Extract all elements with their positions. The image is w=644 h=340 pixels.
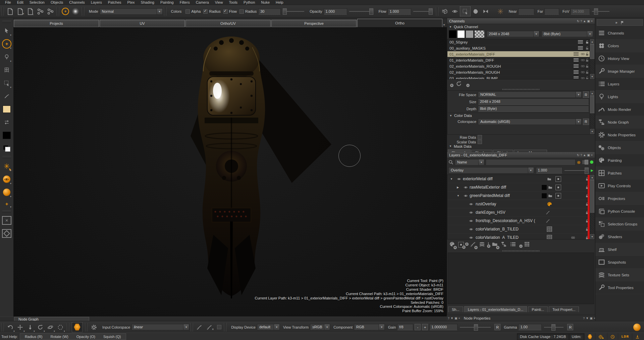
link-icon[interactable] [581,52,585,56]
background-color-swatch[interactable] [2,130,12,140]
patch-select-icon[interactable] [460,6,471,16]
menu-edit[interactable]: Edit [14,0,26,4]
menu-filters[interactable]: Filters [177,0,193,4]
alpha-checkbox[interactable] [185,9,190,14]
close-icon[interactable]: × [458,317,460,320]
channel-row-selected[interactable]: 01_exteriorMaterials_DIFF [447,51,594,57]
help-icon[interactable]: ? [448,317,449,320]
tab-uv[interactable]: UV [100,20,185,27]
unlock-icon[interactable] [585,76,589,79]
unlock-icon[interactable] [585,52,589,56]
export-nodes-button[interactable] [45,7,55,16]
frame-down-icon[interactable]: ▼ [25,323,35,332]
link-icon[interactable] [581,64,585,68]
section-collapse-icon[interactable]: ▼ [449,114,452,117]
menu-camera[interactable]: Camera [193,0,212,4]
select-tool[interactable]: ▼ [2,26,12,36]
gain-slider[interactable] [460,327,491,328]
save-project-button[interactable]: ↓ [25,7,35,16]
layer-row[interactable]: colorVariation_B_TILED [447,225,594,233]
channel-row[interactable]: 00_auxiliary_MASKS [447,45,594,51]
mirror-projection-icon[interactable] [481,7,491,16]
mask-preview-icon[interactable] [450,7,460,16]
panel-splitter[interactable] [447,88,595,90]
shader-limit-icon[interactable] [584,333,595,340]
menu-python[interactable]: Python [240,0,258,4]
3d-viewport[interactable]: Current Tool: Paint (P) Current Object: … [13,27,447,317]
layer-row[interactable]: colorVariation_A_TILED [447,233,594,240]
section-collapse-icon[interactable]: ▼ [449,145,452,148]
paint-tool[interactable]: ▼ [2,161,12,171]
dock-item-patches[interactable]: Patches [595,167,644,180]
scroll-up-icon[interactable]: ▲ [590,175,594,180]
scroll-up-icon[interactable]: ▲ [590,91,594,96]
colorspace-gear-icon[interactable] [89,323,99,332]
layer-row[interactable]: ▼ exteriorMetal diff [447,175,594,183]
pan-view-icon[interactable]: ▼ [15,323,25,332]
scalar-data-checkbox[interactable] [478,140,482,144]
toolbar-grip[interactable] [2,156,11,158]
visibility-eye-icon[interactable] [464,185,468,190]
lut-checkbox[interactable] [217,325,221,329]
marquee-select-tool[interactable]: ▼ [2,78,12,88]
visibility-eye-icon[interactable] [464,194,468,198]
dock-item-layers[interactable]: Layers [595,78,644,90]
black-swatch[interactable] [449,30,457,38]
layer-row[interactable]: ▼ greenPaintedMetal diff [447,192,594,200]
menu-file[interactable]: File [2,0,14,4]
gpu-warning-icon[interactable]: ▲ [595,333,607,340]
fov-slider[interactable] [592,11,609,12]
white-swatch[interactable] [457,30,465,38]
layer-row[interactable]: front/top_Descoloration_A_HSV ( [447,217,594,225]
remove-channel-icon[interactable] [466,82,468,86]
wireframe-toggle-icon[interactable] [440,7,450,16]
menu-help[interactable]: Help [273,0,286,4]
brush-tip-preview[interactable] [70,7,80,16]
opacity-input[interactable]: 1.000 [324,8,347,15]
view-transform-dropdown[interactable]: sRGB▼ [310,324,330,330]
add-procedural-layer-icon[interactable] [488,243,489,247]
gain-minus-button[interactable]: - [415,324,421,330]
link-icon[interactable] [581,70,585,74]
scrollbar-thumb[interactable] [590,180,594,213]
layers-palette-header[interactable]: Layers - 01_exteriorMaterials_DIFF ↻? ▲▣… [447,152,595,158]
merge-layers-icon[interactable] [479,241,485,248]
pin-flag-icon[interactable] [620,20,625,25]
dock-item-node-properties[interactable]: Node Properties [595,129,644,141]
gamma-input[interactable]: 1.00 [518,324,542,330]
file-space-dropdown[interactable]: NORMAL▼ [478,91,582,98]
visibility-eye-icon[interactable] [457,177,461,181]
toolbar-grip[interactable] [1,7,4,16]
radius-slider[interactable] [283,11,304,12]
expand-icon[interactable]: ▼ [450,178,453,181]
toolbar-grip[interactable] [67,323,69,332]
restore-icon[interactable]: ▣ [454,317,458,320]
layer-row-selected[interactable]: rustOverlay [447,200,594,208]
mask-thumbnail[interactable] [555,193,561,199]
tab-ortho[interactable]: Ortho [357,19,442,27]
undo-view-icon[interactable]: ▼ [5,323,15,332]
toolbar-grip[interactable] [2,21,11,23]
dock-item-node-graph[interactable]: Node Graph [595,116,644,129]
channel-row[interactable]: 03_exteriorMaterials_BUMP [447,75,594,79]
restore-icon[interactable]: ▣ [590,317,593,320]
new-project-button[interactable] [5,7,15,16]
toolbar-grip[interactable] [164,7,166,16]
raw-data-checkbox[interactable] [478,135,482,139]
close-icon[interactable]: × [591,19,593,23]
dock-item-painting[interactable]: Painting [595,154,644,167]
dock-item-image-manager[interactable]: Image Manager [595,65,644,78]
menu-tools[interactable]: Tools [226,0,240,4]
swap-colors-icon[interactable] [2,117,12,127]
cache-clock-icon[interactable] [607,333,618,340]
gamma-slider[interactable] [544,327,564,328]
enabled-indicator[interactable] [590,160,593,164]
help-icon[interactable]: ? [580,19,582,23]
add-tool[interactable]: +▼ [2,200,12,208]
expand-icon[interactable]: ▼ [457,194,460,197]
grey-swatch[interactable] [466,30,473,38]
unlock-icon[interactable] [585,58,589,62]
add-paint-target-icon[interactable]: + [60,7,70,16]
toolbar-grip[interactable] [82,7,84,16]
light-tool[interactable]: ▼ [2,52,12,62]
